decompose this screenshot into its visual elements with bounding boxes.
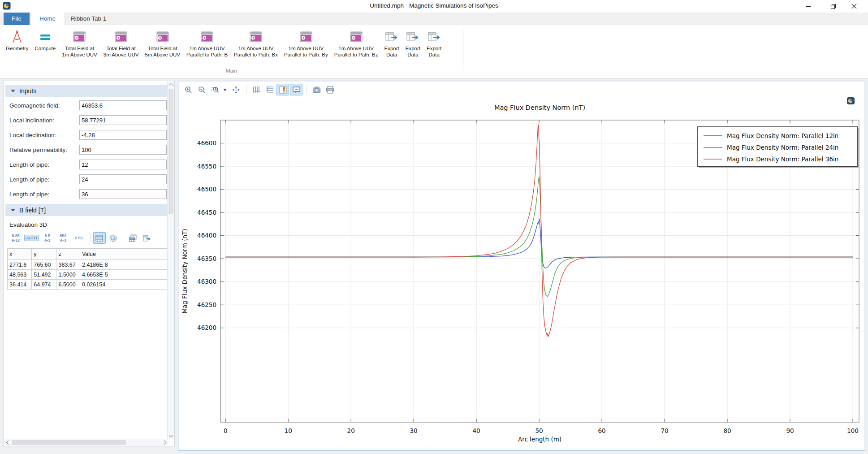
ribbon-button-label: Compute	[35, 45, 56, 52]
export-data-icon	[384, 30, 399, 44]
plot-tooltip-button[interactable]	[290, 84, 302, 95]
tab-ribbon-tab-1[interactable]: Ribbon Tab 1	[63, 13, 114, 25]
column-header-x: x	[8, 249, 32, 260]
scroll-left-arrow[interactable]	[4, 439, 11, 446]
table-row[interactable]: 48.56351.4921.50004.6653E-5	[8, 270, 174, 280]
zoom-out-icon	[198, 86, 206, 94]
print-button[interactable]	[324, 84, 336, 95]
cell-x: 36.414	[8, 280, 32, 290]
ribbon-button-1m-above-uuv-parallel-to-path-bx[interactable]: 1m Above UUV Parallel to Path: Bx	[231, 28, 281, 60]
chevron-right-icon	[162, 441, 167, 445]
zoom-extents-button[interactable]	[229, 84, 242, 95]
unit-button-auto[interactable]: AUTO	[24, 235, 39, 241]
length-of-pipe-1-label: Length of pipe:	[9, 161, 49, 168]
restore-button[interactable]	[823, 0, 843, 13]
zoom-in-icon	[184, 86, 193, 94]
zoom-box-button[interactable]	[209, 84, 221, 95]
print-icon	[326, 86, 334, 94]
collapse-triangle-icon	[11, 209, 15, 212]
x-axis-grid-icon	[252, 86, 260, 94]
export-data-icon	[406, 30, 420, 44]
ribbon-button-total-field-at-3m-above-uuv[interactable]: Total Field at 3m Above UUV	[100, 28, 142, 60]
snapshot-button[interactable]	[310, 84, 323, 95]
settings-horizontal-scrollbar[interactable]	[4, 439, 168, 446]
table-view-button[interactable]	[93, 232, 106, 244]
graphics-window-icon[interactable]	[847, 97, 855, 104]
ribbon-button-1m-above-uuv-parallel-to-path-bz[interactable]: 1m Above UUV Parallel to Path: Bz	[331, 28, 381, 60]
section-header-bfield[interactable]: B field [T]	[5, 204, 173, 216]
compute-equals-icon	[38, 30, 52, 44]
color-legend-button[interactable]	[276, 84, 289, 95]
ribbon: GeometryComputeTotal Field at 1m Above U…	[0, 25, 868, 78]
new-table-window-button[interactable]	[127, 232, 139, 244]
x-tick-label: 100	[847, 427, 859, 434]
cell-y: 51.492	[32, 270, 56, 280]
close-icon	[851, 4, 857, 9]
zoom-in-button[interactable]	[182, 84, 194, 95]
chevron-down-icon	[169, 433, 173, 438]
local-inclination-input[interactable]	[79, 115, 167, 125]
column-header-z: z	[56, 249, 80, 260]
ribbon-button-geometry[interactable]: Geometry	[3, 28, 32, 53]
scroll-right-arrow[interactable]	[161, 439, 168, 446]
plot-tooltip-icon	[292, 86, 301, 94]
ribbon-button-total-field-at-5m-above-uuv[interactable]: Total Field at 5m Above UUV	[142, 28, 183, 60]
y-axis-grid-button[interactable]	[263, 84, 276, 95]
tab-file[interactable]: File	[4, 13, 30, 25]
unit-button-850-e-3[interactable]: 850 e-3	[56, 233, 70, 243]
field-row-length-of-pipe-3: Length of pipe:	[4, 189, 174, 200]
x-tick-label: 0	[224, 427, 228, 434]
tab-home[interactable]: Home	[31, 13, 64, 25]
table-row[interactable]: 2771.6765.60383.672.4186E-8	[8, 260, 174, 270]
minimize-icon	[806, 4, 811, 9]
zoom-box-dropdown-caret[interactable]	[223, 89, 227, 91]
geomagnetic-field-input[interactable]	[79, 100, 167, 110]
length-of-pipe-2-input[interactable]	[79, 174, 167, 184]
export-table-button[interactable]	[141, 232, 153, 244]
length-of-pipe-3-input[interactable]	[79, 189, 167, 199]
relative-permeability-input[interactable]	[79, 145, 167, 155]
minimize-button[interactable]	[798, 0, 819, 13]
table-row[interactable]: 36.41464.9746.50000.026154	[8, 280, 174, 290]
unit-button-8-85-e-12[interactable]: 8.85 e-12	[9, 233, 23, 243]
close-button[interactable]	[844, 0, 864, 13]
settings-vertical-scrollbar[interactable]	[167, 81, 174, 439]
zoom-out-button[interactable]	[195, 84, 208, 95]
section-header-inputs[interactable]: Inputs	[5, 85, 173, 97]
x-tick-label: 80	[723, 427, 731, 434]
length-of-pipe-1-input[interactable]	[79, 160, 167, 169]
x-tick-label: 50	[535, 427, 543, 434]
x-tick-label: 30	[410, 427, 418, 434]
ribbon-button-compute[interactable]: Compute	[32, 28, 59, 53]
horizontal-scroll-thumb[interactable]	[12, 440, 126, 445]
x-tick-label: 40	[473, 427, 480, 434]
ribbon-button-label: Geometry	[6, 45, 29, 52]
y-tick-label: 46200	[197, 324, 216, 331]
vertical-scroll-thumb[interactable]	[168, 89, 173, 214]
graphics-panel: 0102030405060708090100462004625046300463…	[178, 81, 865, 451]
ribbon-button-total-field-at-1m-above-uuv[interactable]: Total Field at 1m Above UUV	[59, 28, 100, 60]
ribbon-button-1m-above-uuv-parallel-to-path-b[interactable]: 1m Above UUV Parallel to Path: B	[183, 28, 231, 60]
y-axis-grid-icon	[265, 86, 274, 94]
ribbon-button-export-data-1[interactable]: Export Data	[381, 28, 402, 60]
plot-canvas[interactable]: 0102030405060708090100462004625046300463…	[179, 97, 864, 449]
ribbon-button-export-data-3[interactable]: Export Data	[423, 28, 445, 60]
ribbon-tab-row: File Home Ribbon Tab 1	[0, 13, 868, 25]
ribbon-button-1m-above-uuv-parallel-to-path-by[interactable]: 1m Above UUV Parallel to Path: By	[281, 28, 331, 60]
unit-button-0-85[interactable]: 0.85	[72, 235, 86, 241]
y-tick-label: 46300	[197, 278, 216, 285]
cell-value: 2.4186E-8	[80, 260, 115, 270]
cell-value: 0.026154	[80, 280, 115, 290]
local-declination-input[interactable]	[79, 130, 167, 140]
unit-button-8-5-e-1[interactable]: 8.5 e-1	[40, 233, 55, 243]
legend-label: Mag Flux Density Norm: Parallel 24in	[727, 144, 838, 151]
ribbon-button-label: Export Data	[427, 45, 441, 58]
scroll-up-arrow[interactable]	[168, 81, 174, 88]
sphere-view-button[interactable]	[107, 232, 120, 244]
ribbon-button-export-data-2[interactable]: Export Data	[402, 28, 423, 60]
x-tick-label: 20	[347, 427, 355, 434]
x-axis-grid-button[interactable]	[250, 84, 262, 95]
zoom-extents-icon	[232, 86, 240, 94]
scroll-down-arrow[interactable]	[168, 432, 174, 439]
y-axis-label: Mag Flux Density Norm (nT)	[181, 229, 188, 313]
